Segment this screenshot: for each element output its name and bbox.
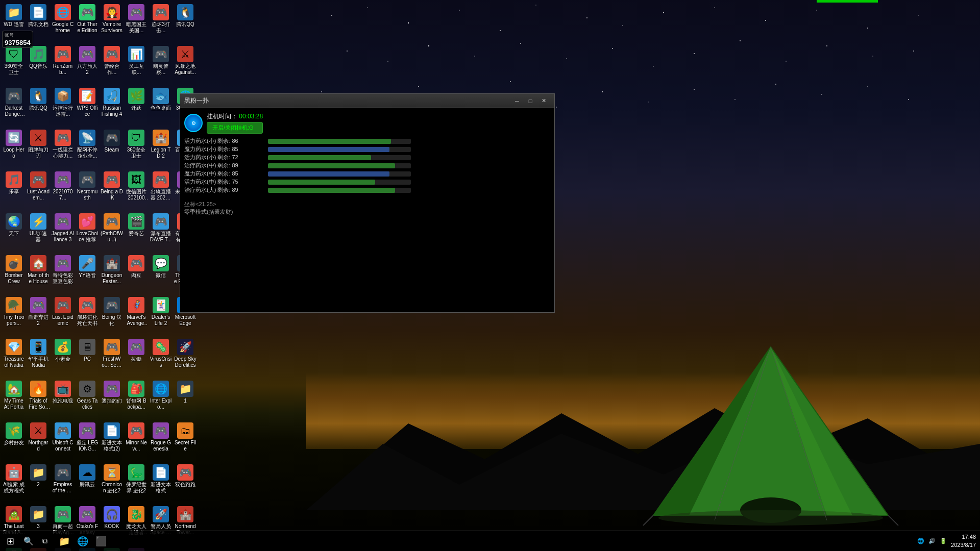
desktop-icon-16[interactable]: 🎮Darkest Dungeon... [2,86,26,127]
desktop-icon-74[interactable]: 📺抱泡电视 [51,379,75,419]
desktop-icon-59[interactable]: 🎮崩坏进化 死亡天书 [76,295,99,336]
toggle-button[interactable]: 开启/关闭挂机:G [207,122,263,134]
desktop-icon-19[interactable]: 📝WPS Office [76,86,99,127]
desktop-icon-2[interactable]: 🌐Google Chrome [51,2,75,43]
desktop-icon-64[interactable]: 💎Treasure of Nadia [2,337,26,378]
desktop-icon-57[interactable]: 🎮自走弃进2 [27,295,50,336]
desktop-icon-6[interactable]: 🎮崩坏3打击... [149,2,173,43]
desktop-icon-56[interactable]: 🪖Tiny Troopers... [2,295,26,336]
desktop-icon-44[interactable]: 🎮(PathOfWu...) [100,211,124,252]
desktop-icon-94[interactable]: 📄新进文本 格式 [149,462,173,503]
desktop-icon-9[interactable]: 🎵QQ音乐 [27,44,50,85]
desktop-icon-13[interactable]: 📊员工互联... [125,44,148,85]
desktop-icon-46[interactable]: 🎮瀑布直播 DAVE T... [149,211,173,252]
desktop-icon-12[interactable]: 🎮曾经合作... [100,44,124,85]
desktop-icon-70[interactable]: 🦠VirusCrisis [149,337,173,378]
desktop-icon-69[interactable]: 🎮拔锄 [125,337,148,378]
desktop-icon-7[interactable]: 🐧腾讯QQ [174,2,197,43]
taskbar-search-icon[interactable]: 🔍 [20,531,37,552]
desktop-icon-35[interactable]: 🎮Necromusth [76,169,99,210]
desktop-icon-17[interactable]: 🐧腾讯QQ [27,86,50,127]
desktop-icon-67[interactable]: 🖥PC [76,337,99,378]
desktop-icon-73[interactable]: 🔥Trials of Fire Soun... [27,379,50,419]
float-titlebar[interactable]: 黑粉一扑 ─ □ ✕ [180,94,554,108]
desktop-icon-60[interactable]: 🎮Being 汉化 [100,295,124,336]
desktop-icon-75[interactable]: ⚙Gears Tactics [76,379,99,419]
desktop-icon-88[interactable]: 🤖AI搜索 成成方程式 [2,462,26,503]
desktop-icon-34[interactable]: 🎮20210707... [51,169,75,210]
desktop-icon-90[interactable]: 🎮Empires of the Under... [51,462,75,503]
desktop-icon-32[interactable]: 🎵乐享 [2,169,26,210]
desktop-icon-10[interactable]: 🎮RunZomb... [51,44,75,85]
desktop-icon-84[interactable]: 📄新进文本 格式(2) [100,420,124,461]
system-clock[interactable]: 17:48 2023/8/17 [951,533,976,549]
desktop-icon-8[interactable]: 🛡360安全卫士 [2,44,26,85]
desktop-icon-43[interactable]: 💕LoveChoice 推荐 [76,211,99,252]
desktop-icon-40[interactable]: 🌏天下 [2,211,26,252]
desktop-icon-83[interactable]: 🎮坚定 LEGIONG... [76,420,99,461]
desktop-icon-29[interactable]: 🛡360安全卫士 [125,128,148,168]
desktop-icon-51[interactable]: 🎤YY语音 [76,253,99,294]
desktop-icon-48[interactable]: 💣Bomber Crew [2,253,26,294]
desktop-icon-71[interactable]: 🚀Deep Sky Derelitics [174,337,197,378]
start-button[interactable]: ⊞ [0,531,20,552]
desktop-icon-91[interactable]: ☁腾讯云 [76,462,99,503]
desktop-icon-61[interactable]: 🦸Marvel's Avengers... [125,295,148,336]
desktop-icon-93[interactable]: 🦕侏罗纪世界 进化2 [125,462,148,503]
desktop-icon-3[interactable]: 🎮Out There Edition [76,2,99,43]
desktop-icon-11[interactable]: 🎮八方旅人2 [76,44,99,85]
desktop-icon-24[interactable]: 🔄Loop Hero [2,128,26,168]
desktop-icon-66[interactable]: 💰小素金 [51,337,75,378]
taskbar-taskview-button[interactable]: ⧉ [37,531,53,552]
desktop-icon-78[interactable]: 🌐Inter Explo... [149,379,173,419]
desktop-icon-87[interactable]: 🗂Secret File [174,420,197,461]
desktop-icon-72[interactable]: 🏡My Time At Portia [2,379,26,419]
desktop-icon-77[interactable]: 🎒背包网 Backpa... [125,379,148,419]
desktop-icon-36[interactable]: 🎮Being a DIK [100,169,124,210]
desktop-icon-89[interactable]: 📁2 [27,462,50,503]
desktop-icon-54[interactable]: 💬微信 [149,253,173,294]
desktop-icon-80[interactable]: 🌾乡村好友 [2,420,26,461]
desktop-icon-30[interactable]: 🏰Legion TD 2 [149,128,173,168]
desktop-icon-58[interactable]: 🎮Lust Epidemic [51,295,75,336]
desktop-icon-27[interactable]: 📡配网不停 企业全... [76,128,99,168]
desktop-icon-26[interactable]: 🎮一线阻拦 心能力... [51,128,75,168]
desktop-icon-92[interactable]: ⏳Chronicon 进化2 [100,462,124,503]
desktop-icon-65[interactable]: 📱华平手机 Nadia [27,337,50,378]
desktop-icon-45[interactable]: 🎬爱奇艺 [125,211,148,252]
desktop-icon-37[interactable]: 🖼微信图片 2021000... [125,169,148,210]
desktop-icon-52[interactable]: 🏰Dungeon Faster... [100,253,124,294]
desktop-icon-22[interactable]: 🐟鱼鱼桌面 [149,86,173,127]
desktop-icon-38[interactable]: 🎮出轨直播器 2021060... [149,169,173,210]
desktop-icon-5[interactable]: 🎮暗黑国王美国... [125,2,148,43]
taskbar-antivirus-icon[interactable]: 🛡 [110,532,129,550]
desktop-icon-21[interactable]: 🌿迁跃 [125,86,148,127]
desktop-icon-81[interactable]: ⚔Northgard [27,420,50,461]
desktop-icon-20[interactable]: 🎣Russian Fishing 4 [100,86,124,127]
desktop-icon-82[interactable]: 🎮Ubisoft Connect [51,420,75,461]
taskbar-explorer-icon[interactable]: 📁 [55,532,74,550]
desktop-icon-62[interactable]: 🃏Dealer's Life 2 [149,295,173,336]
desktop-icon-79[interactable]: 📁1 [174,379,197,419]
taskbar-terminal-icon[interactable]: ⬛ [92,532,110,550]
desktop-icon-14[interactable]: 🎮幽灵警察... [149,44,173,85]
desktop-icon-50[interactable]: 🎮奇特色彩 豆豆色彩 [51,253,75,294]
desktop-icon-33[interactable]: 🎮Lust Academ... [27,169,50,210]
desktop-icon-4[interactable]: 🧛Vampire Survivors [100,2,124,43]
desktop-icon-25[interactable]: ⚔图牌与刀刃 [27,128,50,168]
minimize-button[interactable]: ─ [510,96,524,106]
desktop-icon-85[interactable]: 🎮Mirror New... [125,420,148,461]
desktop-icon-53[interactable]: 🎮肉豆 [125,253,148,294]
maximize-button[interactable]: □ [524,96,537,106]
desktop-icon-68[interactable]: 🎮FreshWo... Season 1 [100,337,124,378]
desktop-icon-41[interactable]: ⚡UU加速器 [27,211,50,252]
desktop-icon-76[interactable]: 🎮遮挡的们 [100,379,124,419]
taskbar-edge-icon[interactable]: 🌐 [74,532,92,550]
desktop-icon-49[interactable]: 🏠Man of the House [27,253,50,294]
desktop-icon-15[interactable]: ⚔风暴之地 Against... [174,44,197,85]
desktop-icon-28[interactable]: 🎮Steam [100,128,124,168]
desktop-icon-86[interactable]: 🎮Rogue Genesia [149,420,173,461]
desktop-icon-42[interactable]: 🎮Jagged Alliance 3 [51,211,75,252]
desktop-icon-18[interactable]: 📦运控运行 迅雷... [51,86,75,127]
close-button[interactable]: ✕ [537,96,550,106]
